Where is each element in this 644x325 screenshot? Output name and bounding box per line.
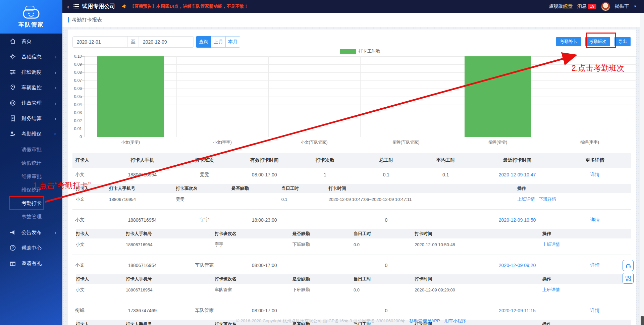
sub-header-cell: 打卡人手机号 xyxy=(126,231,215,237)
page-title-bar: 考勤打卡报表 xyxy=(62,13,640,27)
y-axis-label: 0.10 xyxy=(64,54,82,59)
attendance-icon xyxy=(9,130,16,137)
date-from-input[interactable] xyxy=(73,37,127,47)
search-button[interactable]: 查询 xyxy=(196,36,211,48)
sub-header-cell: 当日工时 xyxy=(354,231,415,237)
svg-text:¥: ¥ xyxy=(11,116,14,120)
row-cell: 18806716954 xyxy=(112,172,173,177)
chevron-right-icon: › xyxy=(55,100,56,106)
sidebar-item-label: 首页 xyxy=(21,38,32,45)
category-divider xyxy=(452,56,452,137)
date-to-input[interactable] xyxy=(139,37,194,47)
shift-detail-link[interactable]: 上班详情 xyxy=(542,287,560,292)
legend-label: 打卡工时数 xyxy=(359,48,380,54)
last-punch-time-link[interactable]: 2020-12-09 10:50 xyxy=(476,217,559,223)
avatar[interactable] xyxy=(601,2,610,11)
sidebar-subitem-维保审批[interactable]: 维保审批 xyxy=(0,170,62,183)
sub-row: 小文18806716954宇宇下班缺勤0.02020-12-09 10:50:4… xyxy=(76,238,631,251)
y-tick xyxy=(82,64,85,65)
sub-header-cell: 打卡人手机号 xyxy=(126,276,215,282)
sidebar-item-label: 排班调度 xyxy=(21,69,42,75)
export-button[interactable]: 导出 xyxy=(614,37,631,46)
violation-icon xyxy=(9,100,16,106)
company-list-icon[interactable] xyxy=(73,4,79,9)
row-cell: 小文 xyxy=(72,262,112,268)
work-hours-chart: 打卡工时数 0.100.090.080.070.060.050.040.030.… xyxy=(85,47,636,148)
sub-cell: 小文 xyxy=(76,241,126,248)
sidebar-item-9[interactable]: 邀请有礼 xyxy=(0,256,62,271)
bar-小文(雯雯) xyxy=(97,56,164,137)
sidebar-subitem-维保统计[interactable]: 维保统计 xyxy=(0,183,62,197)
sub-header-cell: 当日工时 xyxy=(354,321,415,325)
row-cell: 车队管家 xyxy=(173,308,236,314)
last-punch-time-link[interactable]: 2020-12-09 11:15 xyxy=(476,308,559,313)
row-divider xyxy=(72,300,631,300)
sidebar-item-2[interactable]: 排班调度› xyxy=(0,64,62,80)
category-divider xyxy=(544,56,544,137)
messages-link[interactable]: 消息19 xyxy=(577,3,596,9)
this-month-button[interactable]: 本月 xyxy=(226,36,240,48)
sub-header-cell: 打卡人手机号 xyxy=(126,321,215,325)
sidebar-item-0[interactable]: 首页 xyxy=(0,34,62,49)
detail-link[interactable]: 详情 xyxy=(558,308,631,314)
scrollbar-thumb[interactable] xyxy=(641,316,644,325)
sub-cell: 小文 xyxy=(76,196,109,202)
sidebar-subitem-考勤打卡[interactable]: 考勤打卡 xyxy=(0,197,62,210)
app-logo[interactable]: 车队管家 xyxy=(0,0,62,34)
row-cell: 0 xyxy=(357,308,416,313)
back-icon[interactable]: ‹ xyxy=(67,3,69,10)
chevron-down-icon: › xyxy=(53,133,58,135)
renew-link[interactable]: 续费 xyxy=(563,3,573,9)
shift-detail-link[interactable]: 上班详情 xyxy=(517,197,535,202)
company-name[interactable]: 试用专用公司 xyxy=(82,3,115,10)
sub-header-row: 打卡人打卡人手机号打卡班次名是否缺勤当日工时打卡时间操作 xyxy=(76,229,631,238)
sidebar-item-3[interactable]: 车辆监控› xyxy=(0,80,62,95)
sub-table: 打卡人打卡人手机号打卡班次名是否缺勤当日工时打卡时间操作 xyxy=(76,320,631,325)
customer-service-button[interactable] xyxy=(623,260,634,271)
y-tick xyxy=(82,137,85,137)
scrollbar-track[interactable] xyxy=(640,13,644,325)
mini-program-link[interactable]: 用车小程序 xyxy=(444,318,466,323)
attendance-makeup-button[interactable]: 考勤补卡 xyxy=(556,37,581,46)
schedule-icon xyxy=(9,69,16,75)
detail-link[interactable]: 详情 xyxy=(558,217,631,223)
row-cell: 小文 xyxy=(72,172,112,178)
last-punch-time-link[interactable]: 2020-12-09 09:20 xyxy=(476,263,559,268)
y-axis-label: 0.08 xyxy=(64,70,82,75)
sidebar-item-4[interactable]: 违章管理› xyxy=(0,95,62,111)
sidebar-item-8[interactable]: ?帮助中心 xyxy=(0,240,62,256)
chevron-right-icon: › xyxy=(55,69,56,75)
shift-detail-link[interactable]: 下班详情 xyxy=(539,197,556,202)
sidebar-item-7[interactable]: 公告发布› xyxy=(0,225,62,240)
shift-detail-link[interactable]: 上班详情 xyxy=(542,242,560,247)
detail-link[interactable]: 详情 xyxy=(558,262,631,268)
sidebar-item-6[interactable]: 考勤维保› xyxy=(0,126,62,142)
sub-header-cell: 打卡班次名 xyxy=(215,321,292,325)
attendance-shifts-button[interactable]: 考勤班次 xyxy=(585,37,610,46)
sidebar-item-1[interactable]: 基础信息› xyxy=(0,49,62,64)
username[interactable]: 揭振宇 xyxy=(615,3,629,9)
page-title: 考勤打卡报表 xyxy=(72,17,102,23)
sub-header-cell: 打卡班次名 xyxy=(215,276,292,282)
sidebar-item-label: 违章管理 xyxy=(21,100,42,106)
prev-month-button[interactable]: 上月 xyxy=(211,36,226,48)
admin-app-link[interactable]: 移动管理员APP xyxy=(410,318,440,323)
y-axis-label: 0.02 xyxy=(64,118,82,123)
mini-program-button[interactable] xyxy=(623,273,634,284)
row-cell: 雯雯 xyxy=(173,172,236,178)
sidebar-subitem-请假统计[interactable]: 请假统计 xyxy=(0,156,62,170)
chart-legend: 打卡工时数 xyxy=(85,48,636,54)
sidebar-item-label: 车辆监控 xyxy=(21,85,42,91)
sidebar-item-5[interactable]: ¥财务结算› xyxy=(0,111,62,126)
y-tick xyxy=(82,56,85,57)
sidebar-subitem-事故管理[interactable]: 事故管理 xyxy=(0,210,62,223)
row-cell: 0.1 xyxy=(357,172,416,177)
detail-link[interactable]: 详情 xyxy=(558,172,631,178)
row-cell: 08:00-17:00 xyxy=(235,263,293,268)
sub-cell: 车队管家 xyxy=(215,287,292,293)
chevron-down-icon[interactable]: ▼ xyxy=(634,5,637,8)
punch-time-cell: 2020-12-09 09:20:00 xyxy=(415,287,542,292)
sidebar-subitem-请假审批[interactable]: 请假审批 xyxy=(0,143,62,156)
last-punch-time-link[interactable]: 2020-12-09 10:47 xyxy=(476,172,559,177)
sub-row: 小文18806716954车队管家下班缺勤0.02020-12-09 09:20… xyxy=(76,284,631,296)
